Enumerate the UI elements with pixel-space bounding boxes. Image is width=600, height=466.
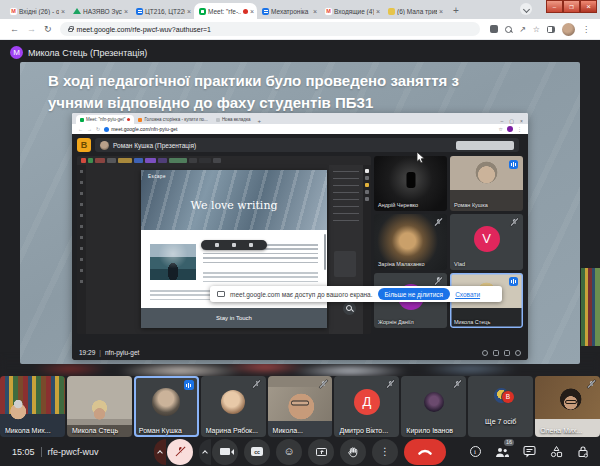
captions-icon: cc [251, 447, 263, 456]
participant-name: Роман Кушка [139, 427, 182, 434]
browser-tab-strip: Вхідні (26) - o... НАЗЯВО Зустр... ЦТ216… [0, 0, 600, 19]
tab-label: Нова вкладка [222, 117, 251, 122]
participant-name: Микола Мих... [5, 427, 51, 434]
new-tab-icon: + [257, 118, 261, 124]
presenter-label: Микола Стець (Презентація) [28, 48, 147, 58]
captions-button[interactable]: cc [244, 439, 270, 465]
raise-hand-button[interactable] [340, 439, 366, 465]
browser-tab-nazyavo[interactable]: НАЗЯВО Зустр... [68, 3, 131, 19]
reactions-button[interactable] [276, 439, 302, 465]
side-panel-icon[interactable] [547, 26, 555, 33]
meeting-details-button[interactable] [468, 445, 482, 459]
close-icon[interactable] [439, 8, 443, 15]
participant-name: Жорнін Даніїл [378, 319, 414, 325]
presenter-avatar: М [10, 46, 23, 59]
people-panel-button[interactable]: 16 [495, 445, 509, 459]
nested-tab-shop: Головна сторінка - купити по... [134, 115, 211, 124]
browser-tab-inbox[interactable]: Вхідні (26) - o... [5, 3, 68, 19]
video-tile[interactable]: Микола... [268, 376, 333, 437]
mic-mute-button[interactable] [167, 439, 193, 465]
bookmark-star-icon[interactable] [533, 25, 540, 34]
mic-options-chevron[interactable] [154, 439, 166, 465]
video-tile[interactable]: Роман Кушка [134, 376, 199, 437]
video-tile[interactable]: Олена Мих... [535, 376, 600, 437]
url-input[interactable]: meet.google.com/rfe-pwcf-wuv?authuser=1 [60, 22, 480, 36]
video-tile[interactable]: Кирило Іванов [401, 376, 466, 437]
present-screen-icon [316, 448, 327, 456]
extension-icon[interactable] [490, 25, 498, 33]
tab-search-chevron-icon[interactable] [520, 3, 532, 15]
close-icon[interactable] [61, 8, 65, 15]
close-icon[interactable] [250, 8, 254, 15]
maximize-button[interactable] [563, 0, 580, 13]
close-window-button[interactable] [580, 0, 597, 13]
profile-avatar[interactable] [562, 23, 575, 36]
bookmark-star-icon: ☆ [499, 126, 503, 132]
bookshelf-background [581, 268, 600, 346]
tab-label: Входящие (4) -... [334, 8, 374, 15]
nested-tab-meet: Meet: "nfn-pyiu-get" [76, 115, 134, 124]
avatar [152, 388, 180, 416]
close-icon[interactable] [124, 8, 128, 15]
browser-menu-icon[interactable] [582, 25, 590, 34]
webpage-hero: Escape We love writing [141, 170, 327, 230]
video-tile[interactable]: Микола Мих... [0, 376, 65, 437]
end-call-button[interactable] [404, 439, 446, 465]
close-icon[interactable] [313, 8, 317, 15]
browser-address-bar: meet.google.com/rfe-pwcf-wuv?authuser=1 [0, 19, 600, 40]
smiley-icon [283, 446, 294, 457]
mic-off-icon [175, 446, 185, 458]
new-tab-button[interactable] [449, 4, 463, 18]
more-options-button[interactable] [372, 439, 398, 465]
audio-speaking-icon [184, 380, 194, 390]
video-tile[interactable]: Д Дмитро Вікто... [334, 376, 399, 437]
site-brand: Escape [148, 174, 166, 179]
audio-speaking-icon [509, 277, 518, 286]
more-vertical-icon [380, 447, 390, 457]
end-call-icon [417, 447, 433, 456]
present-button[interactable] [308, 439, 334, 465]
nested-tab-new: Нова вкладка [212, 115, 255, 124]
avatar [221, 390, 245, 414]
screen-share-icon [217, 291, 225, 297]
window-controls [546, 0, 597, 13]
chat-panel-button[interactable] [522, 445, 536, 459]
mic-off-icon [587, 380, 595, 389]
reload-icon[interactable] [44, 25, 52, 34]
browser-tab-ct216[interactable]: ЦТ216, ЦТ226... [131, 3, 194, 19]
design-icon-column [363, 165, 371, 334]
lock-icon [577, 445, 589, 458]
avatar: Д [354, 389, 380, 415]
mic-control-group [154, 439, 193, 465]
browser-tab-mala-tryvoha[interactable]: (6) Мала триво... [383, 3, 446, 19]
zoom-icon[interactable] [505, 26, 512, 33]
video-tile[interactable]: Микола Стець [67, 376, 132, 437]
overflow-tile[interactable]: В Ще 7 осіб [468, 376, 533, 437]
browser-tab-meet-active[interactable]: Meet: "rfe-..." [194, 3, 257, 19]
host-controls-button[interactable] [576, 445, 590, 459]
activities-button[interactable] [549, 445, 563, 459]
camera-options-chevron[interactable] [199, 439, 211, 465]
camera-button[interactable] [212, 439, 238, 465]
back-icon[interactable] [10, 25, 19, 34]
document-icon [136, 8, 143, 15]
nested-address-bar: ← → ↻ meet.google.com/nfn-pyiu-get ☆ ⋮ [72, 124, 528, 134]
address-bar-actions [490, 23, 590, 36]
nested-addr-actions: ☆ ⋮ [499, 126, 522, 132]
close-icon[interactable] [187, 8, 191, 15]
clock: 19:29 [79, 349, 95, 356]
video-tile[interactable]: Марина Рябок... [201, 376, 266, 437]
forward-icon[interactable] [27, 25, 36, 34]
browser-tab-mechatronika[interactable]: Мехатроніка_... [257, 3, 320, 19]
share-icon[interactable] [519, 25, 526, 34]
hand-icon [347, 446, 359, 458]
close-icon[interactable] [376, 8, 380, 15]
participant-name: Роман Кушка [454, 202, 488, 208]
site-icon [138, 118, 142, 122]
tab-label: Вхідні (26) - o... [19, 8, 59, 15]
camera-icon [220, 448, 230, 455]
browser-tab-inbox-ru[interactable]: Входящие (4) -... [320, 3, 383, 19]
audio-speaking-icon [509, 160, 518, 169]
participant-name: Олена Мих... [540, 427, 582, 434]
minimize-button[interactable] [546, 0, 563, 13]
